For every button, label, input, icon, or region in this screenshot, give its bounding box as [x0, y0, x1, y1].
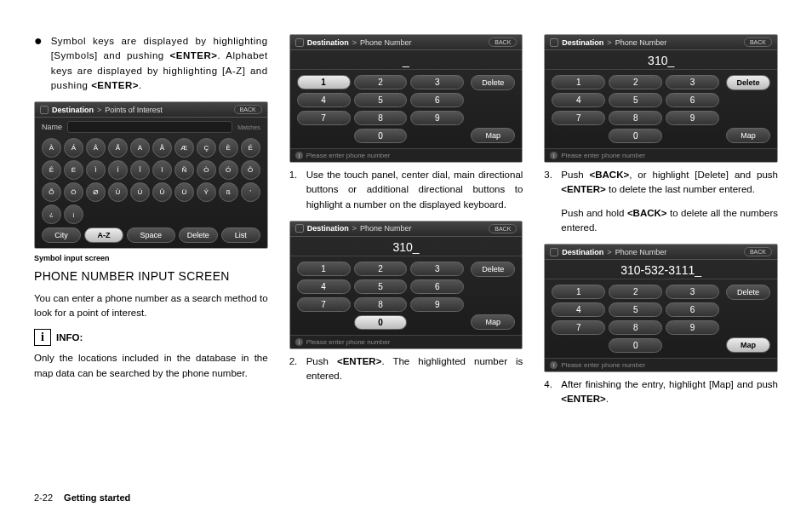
map-button[interactable]: Map — [726, 337, 770, 353]
symbol-key[interactable]: Í — [108, 160, 128, 180]
back-button[interactable]: BACK — [744, 247, 772, 256]
symbol-key[interactable]: ¿ — [42, 204, 61, 224]
symbol-key[interactable]: Î — [130, 160, 150, 180]
symbol-key[interactable]: Ì — [86, 160, 106, 180]
num-key-2[interactable]: 2 — [609, 285, 662, 299]
symbol-key[interactable]: Â — [86, 138, 106, 158]
num-key-8[interactable]: 8 — [354, 111, 408, 125]
symbol-key[interactable]: Æ — [174, 138, 194, 158]
num-key-5[interactable]: 5 — [354, 279, 408, 294]
symbol-key[interactable]: Ã — [108, 138, 128, 158]
num-key-3[interactable]: 3 — [666, 285, 719, 299]
text: Push — [306, 356, 337, 366]
symbol-key[interactable]: Ö — [64, 182, 83, 202]
symbol-key[interactable]: Ë — [64, 160, 83, 180]
map-button[interactable]: Map — [726, 128, 770, 143]
delete-button[interactable]: Delete — [726, 75, 770, 90]
symbol-key[interactable]: Ê — [42, 160, 61, 180]
delete-button[interactable]: Delete — [726, 285, 770, 300]
delete-button[interactable]: Delete — [471, 262, 515, 277]
symbol-key[interactable]: Ü — [174, 182, 194, 202]
num-key-9[interactable]: 9 — [410, 111, 464, 125]
map-button[interactable]: Map — [471, 314, 515, 330]
num-key-3[interactable]: 3 — [410, 262, 464, 276]
text: . — [606, 394, 609, 404]
symbol-key[interactable]: Ó — [219, 160, 238, 180]
num-key-6[interactable]: 6 — [666, 93, 719, 107]
city-button[interactable]: City — [42, 227, 81, 243]
num-key-5[interactable]: 5 — [354, 93, 408, 107]
symbol-key[interactable]: Û — [152, 182, 172, 202]
num-key-7[interactable]: 7 — [552, 111, 605, 125]
symbol-key[interactable]: Ô — [241, 160, 260, 180]
num-key-5[interactable]: 5 — [609, 302, 662, 317]
list-button[interactable]: List — [221, 227, 260, 243]
symbol-key[interactable]: É — [241, 138, 260, 158]
num-key-3[interactable]: 3 — [410, 75, 464, 89]
num-key-8[interactable]: 8 — [354, 297, 408, 312]
back-button[interactable]: BACK — [489, 224, 517, 233]
num-key-1[interactable]: 1 — [552, 75, 605, 89]
num-key-3[interactable]: 3 — [666, 75, 719, 89]
symbol-key[interactable]: Ñ — [174, 160, 194, 180]
breadcrumb: Destination — [52, 106, 94, 114]
num-key-0[interactable]: 0 — [354, 129, 408, 143]
num-key-6[interactable]: 6 — [410, 93, 464, 107]
num-key-1[interactable]: 1 — [552, 285, 605, 299]
symbol-key[interactable]: Ø — [86, 182, 106, 202]
num-key-8[interactable]: 8 — [609, 320, 662, 335]
num-key-9[interactable]: 9 — [666, 320, 719, 335]
symbol-key[interactable]: Ý — [197, 182, 216, 202]
num-key-4[interactable]: 4 — [297, 93, 351, 107]
breadcrumb: Phone Number — [615, 38, 667, 47]
num-key-8[interactable]: 8 — [609, 111, 662, 125]
back-button[interactable]: BACK — [489, 37, 517, 47]
symbol-key[interactable]: À — [42, 138, 61, 158]
num-key-7[interactable]: 7 — [552, 320, 605, 335]
symbol-key[interactable]: ß — [219, 182, 238, 202]
breadcrumb: Destination — [562, 248, 603, 256]
step-number: 1. — [289, 168, 306, 212]
num-key-2[interactable]: 2 — [354, 75, 408, 89]
delete-button[interactable]: Delete — [179, 227, 218, 243]
symbol-key[interactable]: Ú — [130, 182, 150, 202]
num-key-9[interactable]: 9 — [410, 297, 464, 312]
num-key-0[interactable]: 0 — [609, 338, 662, 353]
symbol-key[interactable]: Ï — [152, 160, 172, 180]
num-key-0[interactable]: 0 — [354, 315, 408, 330]
symbol-key[interactable]: Á — [64, 138, 83, 158]
num-key-4[interactable]: 4 — [552, 93, 605, 107]
symbol-key[interactable]: Å — [152, 138, 172, 158]
symbol-key[interactable]: Ò — [197, 160, 216, 180]
symbol-key[interactable]: Ç — [197, 138, 216, 158]
space-button[interactable]: Space — [127, 227, 175, 243]
symbol-key[interactable]: ¡ — [64, 204, 83, 224]
back-button[interactable]: BACK — [234, 105, 262, 114]
name-input[interactable] — [67, 121, 232, 133]
step-number: 4. — [544, 377, 561, 407]
num-key-4[interactable]: 4 — [297, 279, 351, 294]
num-key-7[interactable]: 7 — [297, 111, 351, 125]
delete-button[interactable]: Delete — [471, 75, 515, 90]
num-key-2[interactable]: 2 — [354, 262, 408, 276]
symbol-key[interactable]: Ä — [130, 138, 150, 158]
num-key-9[interactable]: 9 — [666, 111, 719, 125]
symbol-key[interactable]: Ù — [108, 182, 128, 202]
symbol-key[interactable]: Õ — [42, 182, 61, 202]
num-key-0[interactable]: 0 — [609, 129, 662, 143]
symbol-key[interactable]: È — [219, 138, 238, 158]
back-button[interactable]: BACK — [744, 37, 772, 47]
page-number: 2-22 — [34, 492, 53, 503]
num-key-6[interactable]: 6 — [410, 279, 464, 294]
map-button[interactable]: Map — [471, 128, 515, 143]
num-key-1[interactable]: 1 — [297, 262, 351, 276]
num-key-2[interactable]: 2 — [609, 75, 662, 89]
symbol-key[interactable]: ’ — [241, 182, 260, 202]
num-key-5[interactable]: 5 — [609, 93, 662, 107]
num-key-6[interactable]: 6 — [666, 302, 719, 317]
num-key-1[interactable]: 1 — [297, 75, 351, 89]
text: to delete the last number entered. — [606, 184, 755, 194]
az-button[interactable]: A-Z — [84, 227, 123, 243]
num-key-7[interactable]: 7 — [297, 297, 351, 312]
num-key-4[interactable]: 4 — [552, 302, 605, 317]
